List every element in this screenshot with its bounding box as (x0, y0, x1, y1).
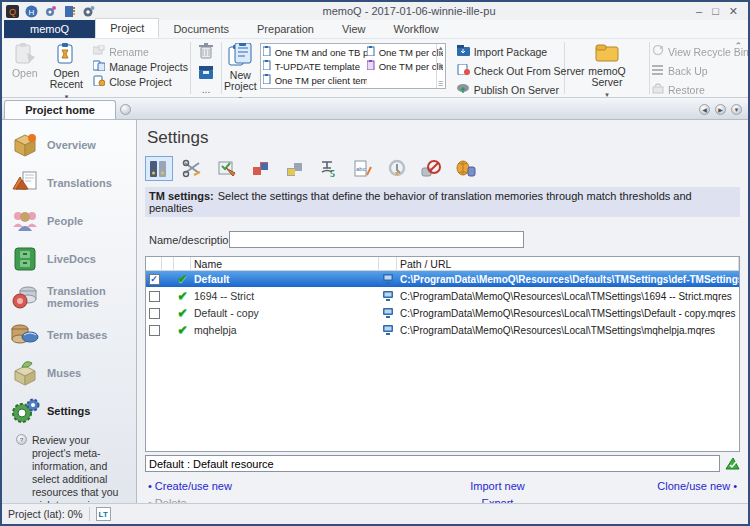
font-substitution-icon[interactable] (451, 156, 479, 181)
local-resource-icon (379, 271, 397, 287)
close-button[interactable]: ✕ (729, 5, 738, 18)
open-button: Open (4, 41, 46, 79)
help-question-icon: ? (16, 434, 27, 445)
table-row[interactable]: ✓ ✔ Default C:\ProgramData\MemoQ\Resourc… (146, 271, 739, 288)
rename-button: Rename (93, 44, 188, 59)
export-link[interactable]: Export (482, 497, 514, 503)
create-use-new-link[interactable]: •Create/use new (145, 480, 385, 492)
open-project-icon (13, 43, 37, 67)
sidebar-item-translations[interactable]: Translations (2, 166, 136, 200)
external-tool-settings-icon[interactable] (281, 156, 309, 181)
row-checkbox[interactable] (149, 291, 160, 302)
collapse-ribbon-icon[interactable]: ⌃ (734, 41, 742, 51)
tab-project-home[interactable]: Project home (4, 100, 116, 119)
memoq-window: Q H memoQ - 2017-01-06-winnie-ille-pu – … (0, 0, 750, 526)
muses-icon (10, 359, 40, 387)
nav-forward-icon[interactable]: ▶ (715, 104, 726, 115)
mt-settings-icon[interactable] (247, 156, 275, 181)
tm-settings-table: Name Path / URL ✓ ✔ Default C:\ProgramDa… (145, 256, 740, 452)
project-template-list[interactable]: One TM and one TB per ... T-UPDATE templ… (260, 43, 446, 89)
memoq-server-button[interactable]: memoQ Server ▾ (583, 41, 631, 100)
template-list-scrollbar[interactable]: ▲▼☰ (436, 44, 445, 88)
sidebar-item-overview[interactable]: Overview (2, 128, 136, 162)
import-new-link[interactable]: Import new (470, 480, 524, 492)
ribbon: Open Open Recent ▾ Rename Manage Project… (2, 39, 748, 98)
tab-workflow[interactable]: Workflow (380, 20, 453, 38)
settings-gear-icon[interactable] (82, 5, 95, 18)
publish-on-server-icon (457, 83, 470, 96)
ignore-lists-icon[interactable] (417, 156, 445, 181)
template-item[interactable]: One TM per client template 2 (367, 45, 443, 59)
column-header-path: Path / URL (397, 257, 739, 270)
table-row[interactable]: ✔ mqhelpja C:\ProgramData\MemoQ\Resource… (146, 322, 739, 339)
sidebar-item-term-bases[interactable]: Term bases (2, 318, 136, 352)
tm-settings-icon[interactable] (145, 156, 173, 181)
manage-projects-button[interactable]: Manage Projects (93, 59, 188, 74)
group-archive-backup: View Recycle Bin Back Up Restore Archive… (650, 39, 746, 97)
tab-preparation[interactable]: Preparation (243, 20, 328, 38)
tab-documents[interactable]: Documents (159, 20, 243, 38)
table-row[interactable]: ✔ Default - copy C:\ProgramData\MemoQ\Re… (146, 305, 739, 322)
language-terminal-icon[interactable]: LT (96, 507, 111, 521)
resource-console-icon[interactable] (63, 5, 76, 18)
new-project-button[interactable]: New Project ▾ (224, 41, 257, 104)
valid-check-icon: ✔ (177, 323, 187, 337)
tab-project[interactable]: Project (95, 18, 159, 38)
group-manage-project: Open Open Recent ▾ Rename Manage Project… (2, 39, 190, 97)
tab-sphere-icon[interactable] (120, 104, 131, 115)
number-format-settings-icon[interactable]: 5 (315, 156, 343, 181)
sidebar-item-muses[interactable]: Muses (2, 356, 136, 390)
new-project-icon (227, 43, 253, 69)
delete-project-trash-icon[interactable] (199, 43, 213, 61)
auto-translation-rules-icon[interactable] (213, 156, 241, 181)
term-bases-icon (10, 321, 40, 349)
sidebar-item-people[interactable]: People (2, 204, 136, 238)
svg-text:5: 5 (330, 168, 335, 179)
nav-back-icon[interactable]: ◀ (699, 104, 710, 115)
clone-use-new-link[interactable]: Clone/use new• (657, 480, 740, 492)
template-icon (367, 46, 376, 58)
segmentation-rules-icon[interactable] (179, 156, 207, 181)
edit-description-icon[interactable] (725, 456, 740, 472)
tab-view[interactable]: View (328, 20, 380, 38)
row-checkbox[interactable] (149, 308, 160, 319)
valid-check-icon: ✔ (177, 289, 187, 303)
minimize-button[interactable]: – (696, 5, 702, 18)
local-resource-icon (379, 288, 397, 304)
export-path-rules-icon[interactable]: abc (349, 156, 377, 181)
name-description-filter-input[interactable] (229, 231, 524, 248)
options-gear-icon[interactable] (44, 5, 57, 18)
sidebar-item-livedocs[interactable]: LiveDocs (2, 242, 136, 276)
sidebar-item-settings[interactable]: Settings (2, 394, 136, 428)
memoq-logo-icon[interactable]: Q (6, 5, 19, 18)
maximize-button[interactable]: □ (712, 5, 719, 18)
table-row[interactable]: ✔ 1694 -- Strict C:\ProgramData\MemoQ\Re… (146, 288, 739, 305)
qa-settings-icon[interactable] (383, 156, 411, 181)
table-header[interactable]: Name Path / URL (146, 257, 739, 271)
sidebar-item-translation-memories[interactable]: Translation memories (2, 280, 136, 314)
svg-text:H: H (29, 8, 35, 17)
settings-pane: Settings 5 abc TM settings:Select the se… (137, 120, 748, 503)
template-item[interactable]: One TM per client template (367, 59, 443, 73)
template-icon (263, 60, 272, 72)
row-checkbox[interactable]: ✓ (149, 274, 160, 285)
close-project-button[interactable]: Close Project (93, 74, 188, 89)
tab-list-dropdown-icon[interactable]: ▼ (731, 104, 742, 115)
template-item[interactable]: T-UPDATE template (263, 59, 367, 73)
template-item[interactable]: One TM per client template 2 (263, 73, 367, 87)
tab-memoq[interactable]: memoQ (4, 20, 95, 38)
local-resource-icon (379, 322, 397, 338)
people-icon (10, 207, 40, 235)
delete-link: •Delete (145, 497, 385, 503)
resource-description-input[interactable] (145, 455, 720, 472)
row-checkbox[interactable] (149, 325, 160, 336)
archive-project-icon[interactable] (199, 66, 213, 81)
group-server: memoQ Server ▾ (565, 39, 649, 97)
group-misc: ... (191, 39, 221, 97)
close-project-icon (93, 75, 105, 88)
command-links: •Create/use new •Delete •Edit •Propertie… (145, 480, 740, 503)
help-icon[interactable]: H (25, 5, 38, 18)
template-item[interactable]: One TM and one TB per ... (263, 45, 367, 59)
open-recent-button[interactable]: Open Recent ▾ (46, 41, 88, 102)
project-home-sidebar: Overview Translations People LiveDocs Tr… (2, 120, 137, 503)
